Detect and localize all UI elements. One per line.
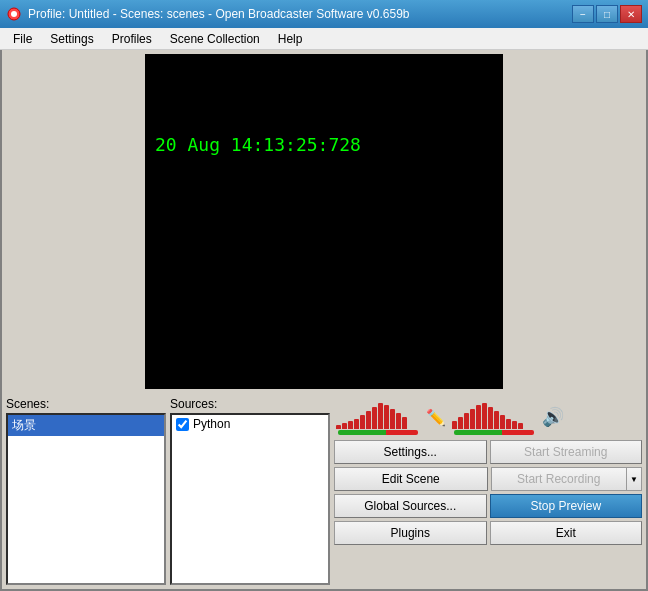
scenes-list[interactable]: 场景 [6,413,166,585]
close-button[interactable]: ✕ [620,5,642,23]
meter-bar [342,423,347,429]
source-checkbox[interactable] [176,418,189,431]
title-bar: Profile: Untitled - Scenes: scenes - Ope… [0,0,648,28]
menu-help[interactable]: Help [269,29,312,49]
bottom-section: Scenes: 场景 Sources: Python [2,393,646,589]
btn-row-3: Global Sources... Stop Preview [334,494,642,518]
meter-bar [512,421,517,429]
meter-bar [378,403,383,429]
left-meter [336,399,420,435]
meter-bar [336,425,341,429]
meter-bar [494,411,499,429]
left-level-bar [338,430,418,435]
menu-scene-collection[interactable]: Scene Collection [161,29,269,49]
start-recording-dropdown[interactable]: ▼ [626,467,642,491]
meter-bar [360,415,365,429]
stop-preview-button[interactable]: Stop Preview [490,494,643,518]
menu-settings[interactable]: Settings [41,29,102,49]
maximize-button[interactable]: □ [596,5,618,23]
sources-panel: Sources: Python [170,397,330,585]
meters-row: ✏️ 🔊 [334,397,642,437]
sources-list[interactable]: Python [170,413,330,585]
meter-bar [476,405,481,429]
meter-bar [396,413,401,429]
btn-row-4: Plugins Exit [334,521,642,545]
right-level-bar [454,430,534,435]
exit-button[interactable]: Exit [490,521,643,545]
window-controls: − □ ✕ [572,5,642,23]
title-text: Profile: Untitled - Scenes: scenes - Ope… [28,7,572,21]
source-label: Python [193,417,230,431]
meter-bar [458,417,463,429]
meter-bar [348,421,353,429]
btn-row-2: Edit Scene Start Recording ▼ [334,467,642,491]
meter-bar [506,419,511,429]
meter-bar [482,403,487,429]
main-window: 20 Aug 14:13:25:728 Scenes: 场景 Sources: … [0,50,648,591]
edit-scene-button[interactable]: Edit Scene [334,467,488,491]
start-recording-button[interactable]: Start Recording [491,467,627,491]
volume-icon: 🔊 [542,406,564,428]
meter-bar [464,413,469,429]
menu-bar: File Settings Profiles Scene Collection … [0,28,648,50]
sources-label: Sources: [170,397,330,411]
scene-item[interactable]: 场景 [8,415,164,436]
meter-bar [500,415,505,429]
plugins-button[interactable]: Plugins [334,521,487,545]
svg-point-1 [11,11,17,17]
right-meter-bars [452,399,536,429]
meter-bar [354,419,359,429]
meter-bar [372,407,377,429]
right-meter [452,399,536,435]
meter-bar [518,423,523,429]
meter-bar [452,421,457,429]
global-sources-button[interactable]: Global Sources... [334,494,487,518]
menu-file[interactable]: File [4,29,41,49]
scenes-panel: Scenes: 场景 [6,397,166,585]
left-meter-bars [336,399,420,429]
edit-icon: ✏️ [426,408,446,427]
meter-bar [366,411,371,429]
meter-bar [470,409,475,429]
minimize-button[interactable]: − [572,5,594,23]
preview-timestamp: 20 Aug 14:13:25:728 [155,134,361,155]
start-streaming-button[interactable]: Start Streaming [490,440,643,464]
settings-button[interactable]: Settings... [334,440,487,464]
controls-panel: ✏️ 🔊 Settings... Start Streaming Edit Sc… [334,397,642,585]
menu-profiles[interactable]: Profiles [103,29,161,49]
start-recording-container: Start Recording ▼ [491,467,643,491]
meter-bar [384,405,389,429]
meter-bar [402,417,407,429]
source-item[interactable]: Python [172,415,328,433]
scenes-label: Scenes: [6,397,166,411]
meter-bar [390,409,395,429]
meter-bar [488,407,493,429]
btn-row-1: Settings... Start Streaming [334,440,642,464]
app-icon [6,6,22,22]
preview-area: 20 Aug 14:13:25:728 [145,54,503,389]
